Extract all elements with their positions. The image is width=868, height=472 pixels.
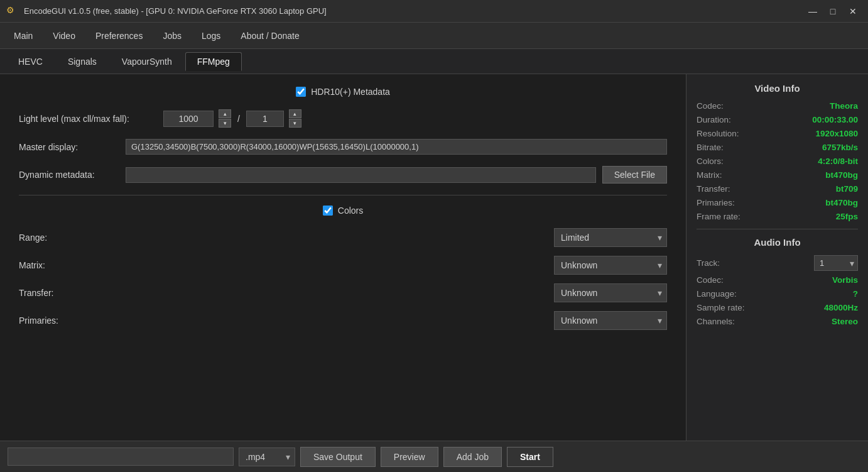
transfer-dropdown-wrapper: Unknown bt709 bt470bg smpte170m bt2020-1…: [554, 283, 667, 302]
track-select-wrapper: 1 2 3: [814, 255, 858, 271]
tab-ffmpeg[interactable]: FFMpeg: [185, 52, 242, 71]
spinbox-down-1[interactable]: ▾: [219, 119, 231, 128]
video-matrix-value: bt470bg: [825, 170, 858, 180]
matrix-row: Matrix: Unknown bt709 bt470bg smpte170m …: [19, 256, 667, 275]
range-row: Range: Limited Full: [19, 228, 667, 247]
colors-checkbox[interactable]: [323, 206, 333, 216]
transfer-label: Transfer:: [19, 288, 94, 298]
output-path-input[interactable]: [8, 447, 234, 466]
primaries-label: Primaries:: [19, 316, 94, 326]
primaries-row: Primaries: Unknown bt709 bt470bg smpte17…: [19, 311, 667, 330]
video-framerate-value: 25fps: [836, 212, 858, 221]
dynamic-metadata-input[interactable]: [126, 167, 596, 183]
light-level-label: Light level (max cll/max fall):: [19, 114, 157, 124]
spinbox-up-1[interactable]: ▴: [219, 109, 231, 118]
hdr-metadata-row: HDR10(+) Metadata: [19, 87, 667, 97]
start-button[interactable]: Start: [507, 447, 553, 467]
audio-track-select[interactable]: 1 2 3: [814, 255, 858, 271]
tabbar: HEVC Signals VapourSynth FFMpeg: [0, 49, 868, 74]
spinbox-container-1: ▴ ▾: [163, 109, 231, 128]
transfer-select[interactable]: Unknown bt709 bt470bg smpte170m bt2020-1…: [554, 283, 667, 302]
minimize-button[interactable]: —: [804, 4, 822, 19]
matrix-select[interactable]: Unknown bt709 bt470bg smpte170m bt2020nc: [554, 256, 667, 275]
spinbox-buttons-2: ▴ ▾: [289, 109, 301, 128]
audio-codec-value: Vorbis: [832, 275, 858, 285]
video-colors-value: 4:2:0/8-bit: [818, 156, 858, 166]
hdr-metadata-label: HDR10(+) Metadata: [311, 87, 390, 97]
slash-separator: /: [237, 114, 240, 124]
app-icon: ⚙: [6, 5, 19, 18]
light-level-input2[interactable]: [246, 111, 284, 127]
menu-item-logs[interactable]: Logs: [193, 27, 229, 45]
titlebar: ⚙ EncodeGUI v1.0.5 (free, stable) - [GPU…: [0, 0, 868, 23]
transfer-row: Transfer: Unknown bt709 bt470bg smpte170…: [19, 283, 667, 302]
select-file-button[interactable]: Select File: [602, 166, 667, 184]
video-matrix-row: Matrix: bt470bg: [697, 170, 858, 180]
spinbox-down-2[interactable]: ▾: [289, 119, 301, 128]
audio-samplerate-row: Sample rate: 48000Hz: [697, 303, 858, 312]
light-level-row: Light level (max cll/max fall): ▴ ▾ / ▴ …: [19, 109, 667, 128]
audio-channels-row: Channels: Stereo: [697, 317, 858, 326]
app-title: EncodeGUI v1.0.5 (free, stable) - [GPU 0…: [24, 6, 327, 16]
audio-codec-label: Codec:: [697, 275, 724, 285]
titlebar-controls: — □ ✕: [804, 4, 862, 19]
right-panel: Video Info Codec: Theora Duration: 00:00…: [686, 74, 868, 441]
colors-label: Colors: [338, 206, 363, 216]
audio-info-header: Audio Info: [697, 237, 858, 248]
dynamic-metadata-label: Dynamic metadata:: [19, 170, 119, 180]
video-bitrate-row: Bitrate: 6757kb/s: [697, 143, 858, 152]
tab-signals[interactable]: Signals: [56, 52, 109, 71]
video-codec-row: Codec: Theora: [697, 101, 858, 111]
save-output-button[interactable]: Save Output: [300, 447, 376, 467]
info-divider: [697, 229, 858, 229]
menu-item-video[interactable]: Video: [44, 27, 84, 45]
video-duration-value: 00:00:33.00: [812, 115, 858, 124]
preview-button[interactable]: Preview: [381, 447, 438, 467]
spinbox-up-2[interactable]: ▴: [289, 109, 301, 118]
menu-item-main[interactable]: Main: [5, 27, 41, 45]
audio-samplerate-value: 48000Hz: [824, 303, 858, 312]
range-dropdown-wrapper: Limited Full: [554, 228, 667, 247]
section-divider: [19, 195, 667, 195]
matrix-dropdown-wrapper: Unknown bt709 bt470bg smpte170m bt2020nc: [554, 256, 667, 275]
master-display-label: Master display:: [19, 142, 119, 152]
audio-track-row: Track: 1 2 3: [697, 255, 858, 271]
video-resolution-row: Resolution: 1920x1080: [697, 129, 858, 138]
dynamic-metadata-row: Dynamic metadata: Select File: [19, 166, 667, 184]
video-matrix-label: Matrix:: [697, 170, 722, 180]
hdr-metadata-checkbox[interactable]: [296, 87, 306, 97]
primaries-dropdown-wrapper: Unknown bt709 bt470bg smpte170m bt2020: [554, 311, 667, 330]
menu-item-preferences[interactable]: Preferences: [87, 27, 151, 45]
add-job-button[interactable]: Add Job: [443, 447, 502, 467]
video-duration-row: Duration: 00:00:33.00: [697, 115, 858, 124]
video-colors-row: Colors: 4:2:0/8-bit: [697, 156, 858, 166]
maximize-button[interactable]: □: [824, 4, 842, 19]
light-level-input1[interactable]: [163, 111, 214, 127]
format-select[interactable]: .mp4 .mkv .mov .webm: [239, 447, 295, 466]
audio-channels-label: Channels:: [697, 317, 735, 326]
close-button[interactable]: ✕: [844, 4, 862, 19]
tab-vapoursynth[interactable]: VapourSynth: [110, 52, 184, 71]
video-colors-label: Colors:: [697, 156, 724, 166]
master-display-row: Master display:: [19, 139, 667, 155]
video-framerate-label: Frame rate:: [697, 212, 741, 221]
video-resolution-value: 1920x1080: [815, 129, 858, 138]
left-panel: HDR10(+) Metadata Light level (max cll/m…: [0, 74, 686, 441]
video-transfer-label: Transfer:: [697, 184, 730, 194]
spinbox-buttons-1: ▴ ▾: [219, 109, 231, 128]
master-display-input[interactable]: [126, 139, 667, 155]
audio-samplerate-label: Sample rate:: [697, 303, 745, 312]
menu-item-jobs[interactable]: Jobs: [154, 27, 190, 45]
tab-hevc[interactable]: HEVC: [6, 52, 55, 71]
video-duration-label: Duration:: [697, 115, 731, 124]
video-codec-value: Theora: [830, 101, 858, 111]
matrix-label: Matrix:: [19, 260, 94, 270]
menu-item-about-donate[interactable]: About / Donate: [232, 27, 308, 45]
video-bitrate-value: 6757kb/s: [822, 143, 858, 152]
format-wrapper: .mp4 .mkv .mov .webm: [239, 447, 295, 466]
range-select[interactable]: Limited Full: [554, 228, 667, 247]
primaries-select[interactable]: Unknown bt709 bt470bg smpte170m bt2020: [554, 311, 667, 330]
video-codec-label: Codec:: [697, 101, 724, 111]
video-primaries-row: Primaries: bt470bg: [697, 198, 858, 207]
video-transfer-value: bt709: [836, 184, 858, 194]
